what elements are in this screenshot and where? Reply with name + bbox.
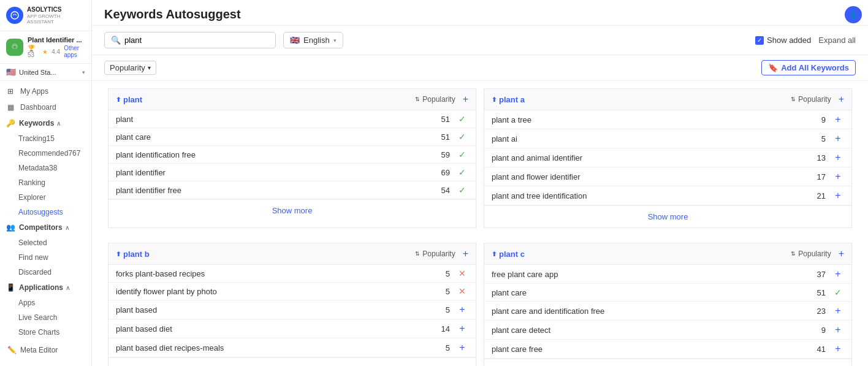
section-title-text: plant — [123, 95, 142, 104]
sidebar-item-autosuggests[interactable]: Autosuggests — [0, 205, 91, 219]
keyword-name: free plant care app — [492, 270, 807, 279]
toolbar: 🔍 🇬🇧 English ▾ ✓ Show added Expand all — [92, 26, 868, 55]
keyword-popularity: 9 — [807, 326, 826, 335]
added-icon: ✓ — [456, 114, 468, 124]
chevron-applications: ∧ — [66, 284, 70, 291]
add-all-label: Add All Keywords — [781, 63, 849, 72]
sidebar-item-selected[interactable]: Selected — [0, 235, 91, 250]
keyword-name: plant ai — [492, 134, 807, 143]
sidebar-item-find-new[interactable]: Find new — [0, 250, 91, 265]
meta-editor-icon: ✏️ — [7, 346, 16, 354]
section-header: ⬆ plant ⇅ Popularity + — [108, 89, 476, 110]
sidebar-item-live-search[interactable]: Live Search — [0, 310, 91, 325]
sidebar-item-my-apps[interactable]: ⊞ My Apps — [0, 83, 91, 99]
sidebar-item-dashboard-label: Dashboard — [20, 103, 56, 112]
keyword-popularity: 17 — [807, 172, 826, 181]
sidebar-find-new-label: Find new — [18, 253, 48, 262]
sidebar-item-discarded[interactable]: Discarded — [0, 265, 91, 280]
popularity-filter[interactable]: Popularity ▾ — [104, 61, 156, 75]
add-icon[interactable]: + — [832, 152, 844, 163]
sidebar-item-ranking[interactable]: Ranking — [0, 175, 91, 190]
sidebar-item-recommended[interactable]: Recommended 767 — [0, 146, 91, 161]
sidebar: ASOLYTICS APP GROWTH ASSISTANT Plant Ide… — [0, 0, 92, 366]
bookmark-icon: 🔖 — [768, 63, 778, 72]
table-row: identify flower plant by photo 5 ✕ — [108, 283, 476, 300]
show-more-button[interactable]: Show more — [108, 357, 476, 366]
sidebar-item-meta-editor[interactable]: ✏️ Meta Editor — [0, 342, 91, 358]
add-icon[interactable]: + — [832, 324, 844, 335]
language-label: English — [303, 36, 330, 45]
show-more-button[interactable]: Show more — [108, 199, 476, 221]
keyword-name: plant care — [492, 288, 807, 297]
add-icon[interactable]: + — [456, 342, 468, 353]
sidebar-item-tracking[interactable]: Tracking 15 — [0, 131, 91, 146]
chevron-competitors: ∧ — [65, 224, 69, 231]
show-added-checkbox[interactable]: ✓ Show added — [755, 36, 811, 45]
sort-up-icon: ⬆ — [116, 251, 121, 257]
add-icon[interactable]: + — [832, 190, 844, 201]
page-title: Keywords Autosuggest — [104, 7, 856, 21]
add-all-keywords-button[interactable]: 🔖 Add All Keywords — [761, 60, 856, 75]
app-icon — [6, 39, 23, 56]
add-icon[interactable]: + — [832, 171, 844, 182]
sidebar-item-metadata[interactable]: Metadata 38 — [0, 161, 91, 175]
keyword-popularity: 9 — [807, 115, 826, 124]
region-selector[interactable]: 🇺🇸 United Sta... ▾ — [0, 64, 91, 81]
sidebar-item-dashboard[interactable]: ▦ Dashboard — [0, 99, 91, 115]
show-more-button[interactable]: Show more — [484, 205, 851, 227]
remove-icon[interactable]: ✕ — [456, 286, 468, 296]
keyword-popularity: 37 — [807, 270, 826, 279]
search-input[interactable] — [124, 36, 269, 45]
add-icon[interactable]: + — [832, 133, 844, 144]
filter-bar: Popularity ▾ 🔖 Add All Keywords — [92, 55, 868, 81]
table-row: plant identifier 69 ✓ — [108, 164, 476, 181]
expand-all-button[interactable]: Expand all — [818, 36, 856, 45]
other-apps-link[interactable]: Other apps — [64, 45, 85, 58]
remove-icon[interactable]: ✕ — [456, 269, 468, 278]
add-all-section-button[interactable]: + — [839, 94, 844, 105]
add-all-section-button[interactable]: + — [839, 248, 844, 259]
section-header: ⬆ plant a ⇅ Popularity + — [484, 89, 851, 110]
keyword-name: forks plant-based recipes — [116, 269, 432, 278]
metadata-badge: 38 — [49, 164, 57, 172]
keyword-name: plant identification free — [116, 150, 432, 159]
logo-icon — [6, 7, 23, 24]
sidebar-item-my-apps-label: My Apps — [20, 87, 48, 96]
user-avatar[interactable]: 👤 — [845, 6, 862, 23]
keyword-name: plant and tree identification — [492, 191, 807, 200]
popularity-col-header: ⇅ Popularity + — [791, 248, 844, 259]
sidebar-competitors-header[interactable]: 👥 Competitors ∧ — [0, 219, 91, 235]
add-icon[interactable]: + — [832, 269, 844, 280]
sidebar-item-explorer[interactable]: Explorer — [0, 190, 91, 205]
add-icon[interactable]: + — [832, 305, 844, 316]
add-icon[interactable]: + — [832, 343, 844, 354]
dashboard-icon: ▦ — [7, 103, 16, 112]
app-name: Plant Identifier ... — [28, 36, 85, 44]
sidebar-applications-label: Applications — [19, 283, 63, 292]
current-app[interactable]: Plant Identifier ... 🏆 53 ★ 4.4 Other ap… — [0, 31, 91, 64]
keyword-popularity: 13 — [807, 153, 826, 162]
add-all-section-button[interactable]: + — [463, 248, 468, 259]
keyword-popularity: 59 — [432, 150, 450, 159]
add-all-section-button[interactable]: + — [463, 94, 468, 105]
sidebar-metadata-label: Metadata — [18, 164, 49, 172]
recommended-badge: 767 — [68, 149, 80, 158]
chevron-down-icon: ▾ — [333, 37, 337, 44]
keyword-section-plant_b: ⬆ plant b ⇅ Popularity + forks plant-bas… — [108, 243, 476, 366]
add-icon[interactable]: + — [456, 304, 468, 315]
add-icon[interactable]: + — [456, 323, 468, 334]
section-title-text: plant a — [499, 95, 525, 104]
table-row: plant ai 5 + — [484, 129, 851, 148]
added-icon: ✓ — [456, 167, 468, 177]
table-row: plant care and identification free 23 + — [484, 302, 851, 321]
table-row: plant identifier free 54 ✓ — [108, 181, 476, 199]
show-more-button[interactable]: Show more — [484, 359, 851, 366]
add-icon[interactable]: + — [832, 114, 844, 125]
sidebar-keywords-header[interactable]: 🔑 Keywords ∧ — [0, 115, 91, 131]
sidebar-item-store-charts[interactable]: Store Charts — [0, 325, 91, 340]
sidebar-item-apps[interactable]: Apps — [0, 295, 91, 310]
language-selector[interactable]: 🇬🇧 English ▾ — [283, 32, 343, 48]
app-downloads: 🏆 53 — [28, 45, 39, 58]
keyword-popularity: 5 — [807, 134, 826, 143]
sidebar-applications-header[interactable]: 📱 Applications ∧ — [0, 280, 91, 295]
